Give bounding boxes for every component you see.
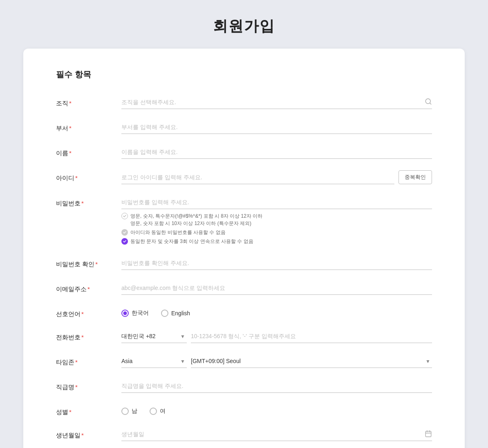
birthdate-label: 생년월일* xyxy=(56,428,121,439)
department-row: 부서* xyxy=(56,120,432,134)
language-korean-radio[interactable] xyxy=(121,310,129,317)
timezone-detail-select[interactable]: [GMT+09:00] Seoul xyxy=(191,354,432,368)
gender-male-radio[interactable] xyxy=(121,408,129,415)
organization-row: 조직* xyxy=(56,96,432,109)
language-english-option[interactable]: English xyxy=(161,310,190,317)
section-title: 필수 항목 xyxy=(56,69,432,83)
language-label: 선호언어* xyxy=(56,306,121,318)
phone-label: 전화번호* xyxy=(56,330,121,341)
organization-field xyxy=(121,96,432,109)
email-field xyxy=(121,281,432,295)
id-field: 중복확인 xyxy=(121,170,432,184)
hint-icon-1 xyxy=(121,213,128,219)
name-input[interactable] xyxy=(121,145,432,159)
dup-check-button[interactable]: 중복확인 xyxy=(398,170,432,184)
organization-input[interactable] xyxy=(121,96,432,109)
department-field xyxy=(121,120,432,134)
id-input[interactable] xyxy=(121,171,394,184)
phone-row: 전화번호* 대한민국 +82 ▼ xyxy=(56,330,432,343)
phone-number-input[interactable] xyxy=(191,330,432,343)
email-row: 이메일주소* xyxy=(56,281,432,295)
job-title-field xyxy=(121,379,432,393)
hint-icon-2 xyxy=(121,229,128,236)
phone-field: 대한민국 +82 ▼ xyxy=(121,330,432,343)
job-title-input[interactable] xyxy=(121,379,432,393)
page-title-area: 회원가입 xyxy=(0,0,488,49)
search-icon xyxy=(425,98,432,105)
hint-item-3: 동일한 문자 및 숫자를 3회 이상 연속으로 사용할 수 없음 xyxy=(121,238,432,245)
birthdate-field xyxy=(121,428,432,441)
timezone-label: 타임존* xyxy=(56,354,121,366)
email-input[interactable] xyxy=(121,281,432,295)
email-label: 이메일주소* xyxy=(56,281,121,293)
job-title-label: 직급명* xyxy=(56,379,121,391)
page-title: 회원가입 xyxy=(0,16,488,36)
password-confirm-input[interactable] xyxy=(121,256,432,270)
gender-radio-group: 남 여 xyxy=(121,404,432,415)
id-label: 아이디* xyxy=(56,170,121,182)
language-korean-option[interactable]: 한국어 xyxy=(121,310,149,317)
job-title-row: 직급명* xyxy=(56,379,432,393)
form-card: 필수 항목 조직* 부서* 이름* xyxy=(23,49,465,448)
language-field: 한국어 English xyxy=(121,306,432,317)
organization-label: 조직* xyxy=(56,96,121,107)
password-confirm-field xyxy=(121,256,432,270)
password-input[interactable] xyxy=(121,196,432,209)
password-hints: 영문, 숫자, 특수문자(!@#$%^&*) 포함 시 8자 이상 12자 이하… xyxy=(121,212,432,245)
gender-label: 성별* xyxy=(56,404,121,416)
language-row: 선호언어* 한국어 English xyxy=(56,306,432,318)
hint-item-2: 아이디와 동일한 비밀번호를 사용할 수 없음 xyxy=(121,229,432,236)
country-code-select[interactable]: 대한민국 +82 xyxy=(121,330,187,343)
language-radio-group: 한국어 English xyxy=(121,306,432,317)
timezone-field: Asia ▼ [GMT+09:00] Seoul ▼ xyxy=(121,354,432,368)
id-row: 아이디* 중복확인 xyxy=(56,170,432,184)
department-input[interactable] xyxy=(121,120,432,134)
hint-item-1: 영문, 숫자, 특수문자(!@#$%^&*) 포함 시 8자 이상 12자 이하… xyxy=(121,212,432,227)
gender-female-radio[interactable] xyxy=(150,408,157,415)
name-label: 이름* xyxy=(56,145,121,157)
hint-icon-3 xyxy=(121,238,128,245)
birthdate-input[interactable] xyxy=(121,428,432,441)
svg-line-1 xyxy=(430,103,431,104)
password-confirm-label: 비밀번호 확인* xyxy=(56,256,121,268)
password-row: 비밀번호* 영문, 숫자, 특수문자(!@#$%^&*) 포함 시 8자 이상 … xyxy=(56,196,432,245)
language-english-radio[interactable] xyxy=(161,310,168,317)
password-label: 비밀번호* xyxy=(56,196,121,207)
organization-search-button[interactable] xyxy=(425,98,432,107)
name-row: 이름* xyxy=(56,145,432,159)
name-field xyxy=(121,145,432,159)
gender-field: 남 여 xyxy=(121,404,432,415)
timezone-region-select[interactable]: Asia xyxy=(121,354,187,368)
gender-male-option[interactable]: 남 xyxy=(121,408,137,415)
department-label: 부서* xyxy=(56,120,121,132)
timezone-row: 타임존* Asia ▼ [GMT+09:00] Seoul ▼ xyxy=(56,354,432,368)
gender-female-option[interactable]: 여 xyxy=(150,408,166,415)
birthdate-row: 생년월일* xyxy=(56,428,432,441)
gender-row: 성별* 남 여 xyxy=(56,404,432,416)
password-confirm-row: 비밀번호 확인* xyxy=(56,256,432,270)
password-field: 영문, 숫자, 특수문자(!@#$%^&*) 포함 시 8자 이상 12자 이하… xyxy=(121,196,432,245)
